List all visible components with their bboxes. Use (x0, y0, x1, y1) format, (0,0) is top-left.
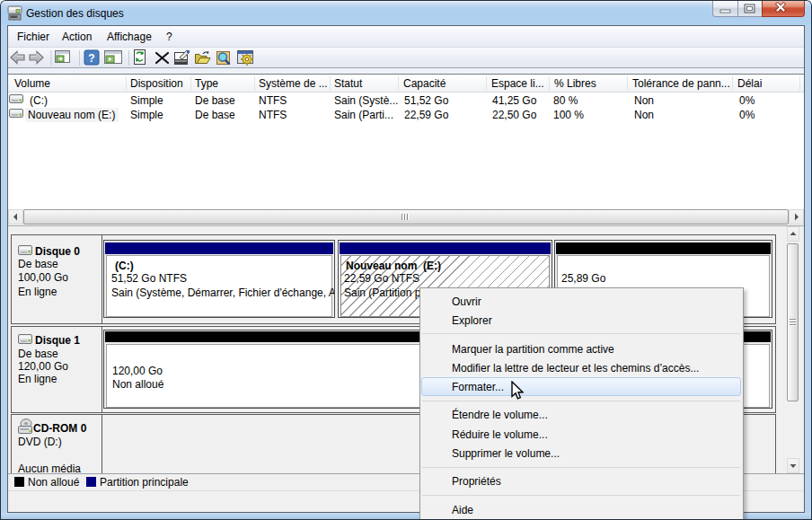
svg-text:?: ? (88, 52, 94, 65)
